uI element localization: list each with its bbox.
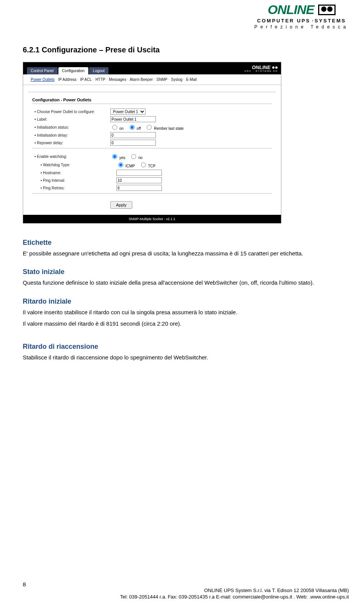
section-body-stato-iniziale: Questa funzione definisce lo stato inizi…: [23, 279, 318, 287]
section-title-ritardo-riaccensione: Ritardo di riaccensione: [23, 343, 341, 351]
brand-logo-text: ONLINE: [268, 3, 314, 17]
section-title-etichette: Etichette: [23, 239, 341, 247]
radio-init-on[interactable]: [112, 125, 117, 130]
brand-subtitle-2: Perfezione Tedesca: [254, 25, 349, 30]
subnav-snmp[interactable]: SNMP: [157, 77, 168, 82]
config-spacer: [28, 85, 276, 92]
page-footer: 8 ONLINE UPS System S.r.l. via T. Edison…: [23, 587, 349, 600]
brand-sub1-left: COMPUTER UPS: [257, 18, 311, 24]
brand-header: ONLINE COMPUTER UPS · SYSTEMS Perfezione…: [254, 3, 349, 30]
brand-subtitle-1: COMPUTER UPS · SYSTEMS: [254, 18, 349, 24]
apply-button[interactable]: Apply: [110, 201, 132, 209]
config-window: Control Panel Configuration Logout ONLIN…: [23, 62, 281, 224]
subnav-ip-acl[interactable]: IP ACL: [80, 77, 92, 82]
tab-configuration[interactable]: Configuration: [58, 67, 88, 74]
config-panel: Configuration - Power Outlets Choose Pow…: [23, 92, 281, 215]
config-brand-sub: USV · SYSTEME AG: [245, 70, 278, 72]
label-enable-watchdog: Enable watchdog:: [32, 154, 110, 159]
subnav-ip-address[interactable]: IP Address: [58, 77, 76, 82]
subnav-http[interactable]: HTTP: [96, 77, 105, 82]
radio-init-remember[interactable]: [147, 125, 152, 130]
footer-line-1: ONLINE UPS System S.r.l. via T. Edison 1…: [23, 587, 349, 594]
label-ping-interval: Ping Interval:: [32, 178, 116, 183]
config-brand-text: ONLINE: [252, 65, 270, 70]
label-ping-retries: Ping Retries:: [32, 186, 116, 190]
page-title: 6.2.1 Configurazione – Prese di Uscita: [23, 46, 341, 54]
tab-logout[interactable]: Logout: [89, 67, 108, 74]
label-label: Label:: [32, 117, 110, 121]
radio-init-off-label: off: [136, 126, 141, 131]
subnav-alarm-beeper[interactable]: Alarm Beeper: [130, 77, 153, 82]
radio-init-on-label: on: [119, 126, 124, 131]
section-body-ritardo-iniziale-1: Il valore inserito stabilisce il ritardo…: [23, 309, 318, 316]
subnav-syslog[interactable]: Syslog: [171, 77, 182, 82]
config-panel-title: Configuration - Power Outlets: [32, 98, 272, 102]
brand-logo-row: ONLINE: [254, 3, 349, 17]
config-subnav: Power Outlets· IP Address· IP ACL· HTTP·…: [23, 74, 281, 85]
brand-logo-eyes-icon: [318, 5, 336, 15]
radio-wdtype-tcp[interactable]: [141, 162, 146, 167]
label-init-status: Initialisation status:: [32, 125, 110, 129]
tab-control-panel[interactable]: Control Panel: [27, 67, 58, 74]
input-repower-delay[interactable]: [110, 140, 156, 146]
subnav-power-outlets[interactable]: Power Outlets: [31, 77, 55, 82]
input-label[interactable]: [110, 116, 156, 122]
radio-watchdog-no[interactable]: [131, 154, 136, 159]
subnav-messages[interactable]: Messages: [109, 77, 126, 82]
select-power-outlet[interactable]: Power Outlet 1: [110, 109, 146, 115]
section-title-stato-iniziale: Stato iniziale: [23, 268, 341, 276]
radio-watchdog-yes[interactable]: [112, 154, 117, 159]
radio-init-off[interactable]: [130, 125, 135, 130]
label-init-delay: Initialisation delay:: [32, 133, 110, 137]
radio-watchdog-yes-label: yes: [119, 156, 126, 160]
config-window-brand: ONLINE USV · SYSTEME AG: [245, 65, 278, 72]
subnav-email[interactable]: E-Mail: [186, 77, 197, 82]
section-body-ritardo-iniziale-2: Il valore massimo del ritardo è di 8191 …: [23, 320, 318, 328]
footer-line-2: Tel: 039-2051444 r.a. Fax: 039-2051435 r…: [23, 594, 349, 600]
input-ping-retries[interactable]: [116, 185, 162, 191]
radio-init-remember-label: Rember last state: [154, 126, 184, 131]
apply-row: Apply: [32, 197, 272, 213]
field-enable-watchdog: yes no: [110, 153, 146, 160]
label-hostname: Hostname:: [32, 171, 116, 175]
radio-wdtype-tcp-label: TCP: [148, 164, 155, 168]
body-content: 6.2.1 Configurazione – Prese di Uscita C…: [23, 8, 341, 361]
section-body-ritardo-riaccensione: Stabilisce il ritardo di riaccensione do…: [23, 354, 318, 361]
config-tabs: Control Panel Configuration Logout: [23, 62, 108, 74]
label-watchdog-type: Watchdog Type:: [32, 163, 116, 167]
input-hostname[interactable]: [116, 170, 162, 176]
radio-wdtype-icmp[interactable]: [118, 162, 123, 167]
field-init-status: on off Rember last state: [110, 124, 187, 131]
section-body-etichette: E' possibile assegnare un'etichetta ad o…: [23, 250, 318, 257]
field-watchdog-type: ICMP TCP: [116, 161, 158, 168]
page-number: 8: [23, 581, 26, 588]
section-title-ritardo-iniziale: Ritardo iniziale: [23, 298, 341, 306]
radio-wdtype-icmp-label: ICMP: [126, 164, 135, 168]
brand-sub1-right: SYSTEMS: [315, 18, 346, 24]
page: ONLINE COMPUTER UPS · SYSTEMS Perfezione…: [0, 0, 364, 608]
input-ping-interval[interactable]: [116, 177, 162, 183]
label-repower-delay: Repower delay:: [32, 141, 110, 145]
config-topbar: Control Panel Configuration Logout ONLIN…: [23, 62, 281, 74]
label-choose-outlet: Choose Power Outlet to configure:: [32, 110, 110, 114]
radio-watchdog-no-label: no: [138, 156, 143, 160]
input-init-delay[interactable]: [110, 132, 156, 138]
config-footer: SNMP-Multiple Socket - v2.1.1: [23, 215, 281, 223]
